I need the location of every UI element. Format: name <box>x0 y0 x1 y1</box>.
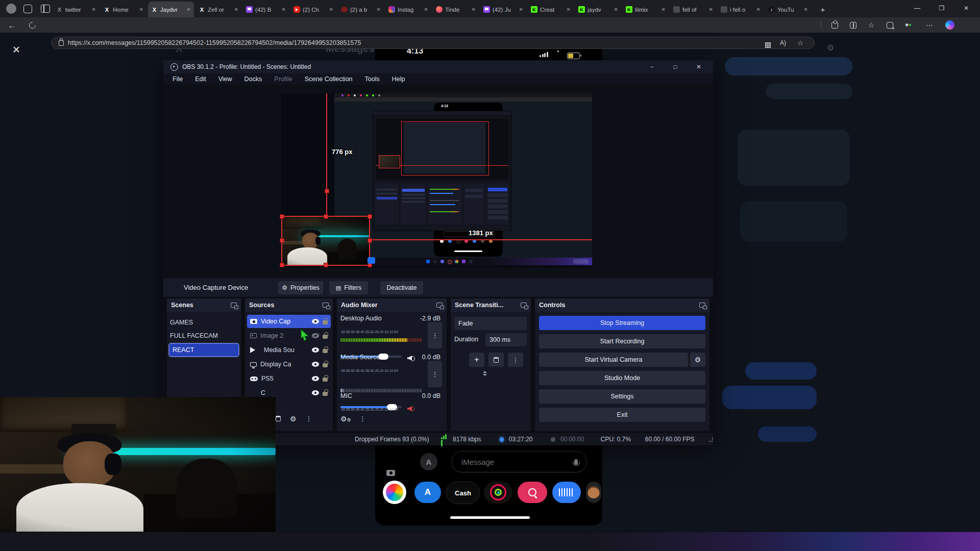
measure-handle[interactable] <box>325 189 329 193</box>
tab-close-icon[interactable]: ✕ <box>92 7 96 12</box>
tab-close-icon[interactable]: ✕ <box>614 7 618 12</box>
stop-streaming-button[interactable]: Stop Streaming <box>539 316 705 330</box>
photos-app-icon[interactable] <box>383 481 406 504</box>
appstore-app-icon[interactable]: A <box>414 482 441 503</box>
tab-close-icon[interactable]: ✕ <box>804 7 808 12</box>
menu-help[interactable]: Help <box>386 76 411 83</box>
tab-close-icon[interactable]: ✕ <box>282 7 286 12</box>
visibility-eye-icon[interactable] <box>312 390 319 395</box>
remove-transition-button[interactable] <box>488 353 504 367</box>
source-row-media-source[interactable]: Media Sou <box>247 343 331 357</box>
tab-fell-off[interactable]: fell of✕ <box>670 2 716 17</box>
tab-twitch-1[interactable]: (42) B✕ <box>243 2 289 17</box>
scenes-panel-header[interactable]: Scenes <box>167 298 241 312</box>
popout-icon[interactable] <box>323 303 329 308</box>
tab-twitter[interactable]: Xtwitter✕ <box>53 2 99 17</box>
popout-icon[interactable] <box>231 303 237 308</box>
speaker-icon[interactable] <box>407 355 413 361</box>
images-search-app-icon[interactable] <box>518 482 547 503</box>
menu-profile[interactable]: Profile <box>268 76 298 83</box>
lock-icon[interactable] <box>323 335 328 339</box>
tab-tiktok[interactable]: YouTu✕ <box>765 2 811 17</box>
refresh-button[interactable] <box>26 19 39 31</box>
lock-icon[interactable] <box>323 378 328 382</box>
favorite-star-icon[interactable]: ☆ <box>794 37 807 49</box>
tab-tinder[interactable]: Tinde✕ <box>433 2 479 17</box>
imessage-input[interactable]: iMessage <box>452 451 586 472</box>
visibility-eye-off-icon[interactable] <box>312 333 319 338</box>
selection-handle[interactable] <box>280 238 284 243</box>
collections-icon[interactable] <box>883 19 896 31</box>
source-row-display-capture[interactable]: Display Ca <box>247 358 331 371</box>
virtual-camera-config-button[interactable]: ⚙ <box>690 353 705 367</box>
selection-handle[interactable] <box>368 238 372 243</box>
apps-launcher-icon[interactable] <box>759 37 772 49</box>
properties-button[interactable]: ⚙Properties <box>278 281 323 294</box>
split-screen-icon[interactable] <box>846 19 860 31</box>
read-aloud-icon[interactable]: A) <box>776 37 790 49</box>
tab-instagram[interactable]: Instag✕ <box>385 2 431 17</box>
selection-handle[interactable] <box>280 214 284 219</box>
tab-close-icon[interactable]: ✕ <box>662 7 666 12</box>
selection-handle[interactable] <box>324 263 328 267</box>
browser-profile-avatar[interactable] <box>6 4 16 14</box>
browser-essentials-icon[interactable]: ♥ <box>901 19 915 31</box>
tab-close-icon[interactable]: ✕ <box>709 7 713 12</box>
source-row-ps5[interactable]: PS5 <box>247 372 331 385</box>
tab-ab[interactable]: (2) a b✕ <box>338 2 384 17</box>
transition-options-button[interactable]: ⋮ <box>508 353 523 367</box>
scene-row-full-facecam[interactable]: FULL FACECAM <box>167 329 241 342</box>
window-close-button[interactable]: ✕ <box>954 0 978 16</box>
facecam-source-preview[interactable] <box>281 216 370 266</box>
visibility-eye-icon[interactable] <box>312 376 319 381</box>
tab-close-icon[interactable]: ✕ <box>567 7 571 12</box>
obs-close-button[interactable]: ✕ <box>689 63 709 70</box>
obs-preview-area[interactable]: 4:13 <box>163 85 713 278</box>
copilot-icon[interactable] <box>943 19 957 31</box>
lock-icon[interactable] <box>323 320 328 324</box>
tab-jaydvr-active[interactable]: XJaydvr✕ <box>148 2 194 17</box>
audio-mixer-header[interactable]: Audio Mixer <box>337 298 447 312</box>
source-row-video-capture[interactable]: Video Cap <box>247 315 331 328</box>
window-minimize-button[interactable]: — <box>905 0 929 16</box>
visibility-eye-icon[interactable] <box>312 362 319 367</box>
menu-docks[interactable]: Docks <box>238 76 268 83</box>
remove-source-icon[interactable] <box>276 416 281 421</box>
obs-title-bar[interactable]: OBS 30.1.2 - Profile: Untitled - Scenes:… <box>163 60 713 73</box>
tab-close-icon[interactable]: ✕ <box>329 7 333 12</box>
selection-handle[interactable] <box>280 263 284 267</box>
resize-grip[interactable] <box>709 437 713 442</box>
transition-select[interactable]: Fade <box>454 317 527 330</box>
studio-mode-button[interactable]: Studio Mode <box>539 371 705 385</box>
back-button[interactable]: ← <box>5 19 18 31</box>
tab-zell[interactable]: XZell or✕ <box>195 2 241 17</box>
favorites-icon[interactable]: ☆ <box>865 19 878 31</box>
tab-kick-jaydv[interactable]: jaydv✕ <box>575 2 621 17</box>
controls-header[interactable]: Controls <box>535 298 709 312</box>
add-transition-button[interactable]: + <box>469 353 484 367</box>
tab-close-icon[interactable]: ✕ <box>756 7 761 12</box>
source-row-image2[interactable]: Image 2 <box>247 329 331 342</box>
scene-transitions-header[interactable]: Scene Transiti... <box>451 298 531 312</box>
tab-twitch-2[interactable]: (42) Ju✕ <box>480 2 526 17</box>
imessage-camera-icon[interactable] <box>386 470 395 476</box>
menu-edit[interactable]: Edit <box>189 76 212 83</box>
channel-options-button[interactable]: ⋮ <box>428 361 442 387</box>
dictation-mic-icon[interactable] <box>574 459 578 465</box>
selection-handle[interactable] <box>368 214 372 219</box>
lock-icon[interactable] <box>323 363 328 367</box>
menu-tools[interactable]: Tools <box>359 76 386 83</box>
start-virtual-camera-button[interactable]: Start Virtual Camera <box>539 353 688 367</box>
filters-button[interactable]: ▤Filters <box>329 281 368 294</box>
advanced-audio-icon[interactable]: ⚙⚙ <box>340 415 351 422</box>
music-app-icon[interactable] <box>552 482 581 503</box>
popout-icon[interactable] <box>699 303 705 308</box>
obs-maximize-button[interactable]: □ <box>665 63 685 70</box>
home-indicator[interactable] <box>450 516 530 519</box>
new-tab-button[interactable]: + <box>817 4 829 14</box>
tab-actions-icon[interactable] <box>41 5 50 13</box>
popout-icon[interactable] <box>436 303 443 308</box>
tab-close-icon[interactable]: ✕ <box>424 7 428 12</box>
tab-youtube[interactable]: (2) Ch✕ <box>290 2 336 17</box>
menu-file[interactable]: File <box>166 76 189 83</box>
